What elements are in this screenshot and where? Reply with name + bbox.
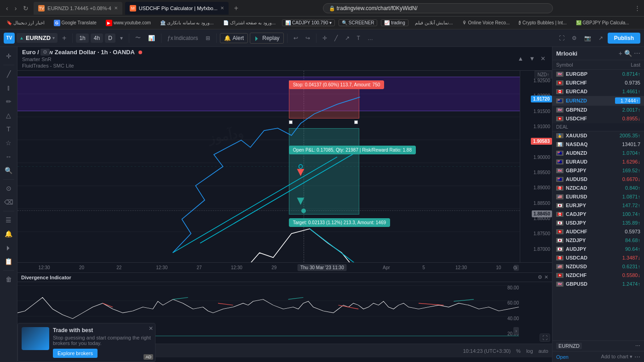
back-btn[interactable]: ‹ — [4, 4, 11, 13]
indicator-settings-btn[interactable]: ⚙ — [40, 49, 50, 56]
wl-nzdcad[interactable]: 🇨🇦 NZDCAD 0.840↑ — [552, 184, 644, 192]
wl-audjpy[interactable]: 🇯🇵 AUDJPY 90.64↑ — [552, 245, 644, 254]
ray-tool-btn[interactable]: ↗ — [342, 33, 352, 43]
replay-btn[interactable]: ⏵ Replay — [250, 33, 283, 44]
wl-eurcad[interactable]: 🇨🇦 EURCAD 1.4661↑ — [552, 87, 644, 96]
url-bar[interactable]: 🔒 tradingview.com/chart/f0KyWidN/ — [323, 3, 553, 13]
settings-btn[interactable]: ⚙ — [569, 33, 580, 43]
snapshot-btn[interactable]: 📷 — [581, 33, 594, 43]
wl-gbpusd[interactable]: 🇬🇧 GBPUSD 1.2474↑ — [552, 280, 644, 288]
redo-btn[interactable]: ↪ — [303, 33, 313, 43]
tab-1-close[interactable]: ✕ — [114, 6, 118, 11]
wl-audnzd[interactable]: 🇦🇺 AUDNZD 1.0704↑ — [552, 149, 644, 158]
banner-close-btn[interactable]: ✕ — [149, 325, 153, 332]
chart-type-line[interactable]: 〜 — [132, 32, 144, 44]
chart-close-btn[interactable]: ✕ — [539, 54, 547, 63]
wl-eurjpy[interactable]: 🇯🇵 EURJPY 147.72↑ — [552, 201, 644, 210]
fullscreen-btn[interactable]: ⛶ — [556, 33, 567, 43]
bookmark-0[interactable]: 🔖اخبار ارز دیجیتال — [4, 19, 47, 26]
wl-audusd[interactable]: 🇦🇺 AUDUSD 0.6670↓ — [552, 175, 644, 184]
publish-btn[interactable]: Publish — [608, 33, 640, 44]
handle-top-right[interactable] — [354, 120, 358, 124]
chart-up-btn[interactable]: ▲ — [516, 54, 525, 63]
refresh-btn[interactable]: ↻ — [21, 4, 31, 13]
rp-open-link[interactable]: Open — [556, 354, 569, 360]
undo-btn[interactable]: ↩ — [291, 33, 301, 43]
bookmark-2[interactable]: ▶www.youtube.com — [103, 19, 154, 27]
bookmark-screener[interactable]: 🔍 SCREENER — [339, 19, 377, 26]
chart-auto[interactable]: auto — [539, 348, 548, 354]
trash-tool[interactable]: 🗑 — [2, 273, 15, 286]
template-btn[interactable]: ⊞ — [203, 33, 213, 43]
wl-nasdaq[interactable]: 📊 NASDAQ 13401.7 — [552, 140, 644, 149]
wl-eurnzd[interactable]: 🇳🇿 EURNZD 1.7444↑ — [552, 96, 644, 106]
new-tab-btn[interactable]: + — [231, 4, 241, 12]
watchlist-icon[interactable]: ☰ — [2, 214, 15, 226]
tf-4h[interactable]: 4h — [91, 34, 103, 43]
wl-usdcad[interactable]: 🇨🇦 USDCAD 1.3487↓ — [552, 254, 644, 262]
tf-more[interactable]: ▾ — [117, 33, 126, 43]
wl-gbpnzd[interactable]: 🇬🇧 GBPNZD 2.0017↑ — [552, 106, 644, 114]
rp-eurnzd-more[interactable]: ⋯ — [635, 343, 640, 349]
brush-tool[interactable]: ✏ — [2, 95, 15, 108]
wl-nzdusd[interactable]: 🇺🇸 NZDUSD 0.6231↑ — [552, 262, 644, 271]
goto-realtime-btn[interactable]: ⊙ — [513, 265, 517, 271]
zoom-tool[interactable]: 🔍 — [2, 164, 15, 177]
alerts-icon[interactable]: 🔔 — [2, 227, 15, 240]
wl-usdjpy[interactable]: 🇯🇵 USDJPY 135.89↑ — [552, 219, 644, 227]
watchlist-settings-btn[interactable]: ⋯ — [634, 50, 640, 57]
indicators-btn[interactable]: ƒx Indicators — [165, 33, 201, 43]
text-tool-btn[interactable]: T — [354, 33, 363, 43]
tv-logo[interactable]: TV — [4, 33, 15, 44]
bookmark-3[interactable]: 🏦ورود به سامانه بانکاری... — [157, 19, 217, 26]
share-btn[interactable]: ↗ — [596, 33, 606, 43]
line-tool-btn[interactable]: ╱ — [332, 33, 340, 43]
text-tool[interactable]: T — [2, 123, 15, 136]
shape-tool[interactable]: △ — [2, 109, 15, 122]
handle-top[interactable] — [289, 120, 293, 124]
rp-open-more[interactable]: ⋯ — [634, 353, 640, 360]
bookmark-trading[interactable]: 📈 trading — [381, 19, 408, 26]
chart-down-btn[interactable]: ▼ — [527, 54, 537, 63]
crosshair-tool[interactable]: ✛ — [2, 50, 15, 62]
wl-audchf[interactable]: 🇨🇭 AUDCHF 0.5973 — [552, 227, 644, 236]
bookmark-7[interactable]: ₿ Crypto Bubbles | Int... — [516, 19, 569, 26]
rp-add-chart-btn[interactable]: Add to chart ▾ — [601, 354, 632, 360]
tab-2[interactable]: M USDCHF Pip Calculator | Myfxbo... ✕ — [125, 2, 229, 15]
wl-eurusd[interactable]: 🇺🇸 EURUSD 1.0871↑ — [552, 192, 644, 201]
bookmark-4[interactable]: 📄ورود به صفحه اشتراک... — [220, 19, 279, 26]
wl-nzdjpy[interactable]: 🇯🇵 NZDJPY 84.68↑ — [552, 236, 644, 245]
add-watchlist-btn[interactable]: + — [619, 50, 622, 57]
strategy-tool[interactable]: 📋 — [2, 255, 15, 268]
icons-tool[interactable]: ☆ — [2, 136, 15, 149]
bookmark-8[interactable]: 💹 GBPJPY Pip Calcula... — [573, 19, 632, 26]
eraser-tool[interactable]: ⌫ — [2, 196, 15, 209]
wl-nzdchf[interactable]: 🇨🇭 NZDCHF 0.5580↓ — [552, 271, 644, 280]
magnet-tool[interactable]: ⊙ — [2, 182, 15, 195]
wl-usdchf[interactable]: 🇨🇭 USDCHF 0.8955↓ — [552, 114, 644, 123]
tab-1[interactable]: TV EURNZD 1.74445 +0.08%·4 ✕ — [34, 2, 122, 15]
channel-tool[interactable]: ⫿ — [2, 81, 15, 94]
bookmark-1[interactable]: GGoogle Translate — [51, 19, 99, 27]
bookmark-6[interactable]: 🎙 Online Voice Reco... — [460, 19, 512, 26]
forward-btn[interactable]: › — [12, 4, 19, 13]
browser-navigation[interactable]: ‹ › ↻ — [4, 4, 31, 13]
add-symbol-btn[interactable]: + — [59, 32, 69, 44]
chart-type-candle[interactable]: 📊 — [145, 33, 158, 43]
wl-euraud[interactable]: 🇦🇺 EURAUD 1.6296↓ — [552, 158, 644, 166]
measure-tool[interactable]: ↔ — [2, 150, 15, 163]
wl-eurchf[interactable]: 🇨🇭 EURCHF 0.9735 — [552, 79, 644, 87]
tf-d[interactable]: D — [105, 34, 115, 43]
line-tool[interactable]: ╱ — [2, 68, 15, 80]
wl-gbpjpy[interactable]: 🇬🇧 GBPJPY 169.52↑ — [552, 166, 644, 175]
tab-2-close[interactable]: ✕ — [220, 6, 224, 11]
wl-cadjpy[interactable]: 🇨🇦 CADJPY 100.74↑ — [552, 210, 644, 219]
more-tools-btn[interactable]: … — [365, 33, 376, 43]
crosshair-btn[interactable]: ✛ — [320, 33, 330, 43]
div-settings-btn[interactable]: ⚙ — [538, 274, 542, 280]
explore-brokers-btn[interactable]: Explore brokers — [53, 349, 98, 358]
div-close-btn[interactable]: ✕ — [544, 274, 548, 280]
chart-canvas[interactable]: ودآموز — [17, 71, 520, 262]
tf-1h[interactable]: 1h — [76, 34, 88, 43]
alert-btn[interactable]: 🔔 Alert — [220, 33, 248, 43]
